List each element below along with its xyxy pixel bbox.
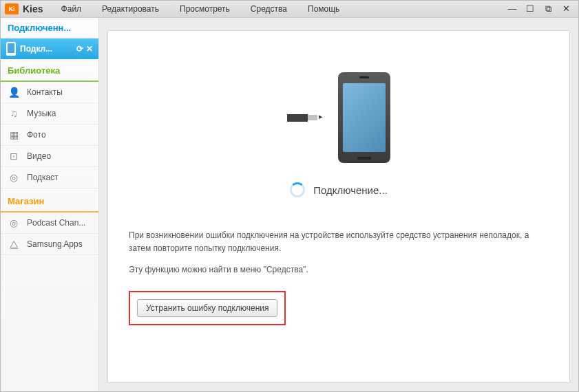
menu-tools[interactable]: Средства (251, 4, 287, 14)
menu-bar: Файл Редактировать Просмотреть Средства … (61, 4, 340, 14)
status-text: Подключение... (313, 184, 388, 196)
sidebar-item-samsung-apps[interactable]: ⧋ Samsung Apps (1, 234, 98, 255)
spinner-icon (290, 182, 305, 197)
sidebar-connected-header: Подключенн... (1, 18, 98, 39)
sidebar-item-video[interactable]: ⊡ Видео (1, 146, 98, 167)
app-icon: Ki (5, 3, 19, 14)
minimize-button[interactable]: — (507, 3, 518, 14)
connection-illustration (287, 72, 390, 163)
podcast-icon: ◎ (8, 171, 20, 184)
menu-file[interactable]: Файл (61, 4, 82, 14)
close-button[interactable]: ✕ (560, 3, 571, 14)
sidebar: Подключенн... Подкл... ⟳ ✕ Библиотека 👤 … (1, 18, 99, 391)
sidebar-item-label: Samsung Apps (27, 239, 83, 249)
fix-connection-button[interactable]: Устранить ошибку подключения (137, 299, 277, 317)
maximize-button[interactable]: ☐ (525, 3, 536, 14)
sidebar-item-podcast[interactable]: ◎ Подкаст (1, 167, 98, 188)
fix-highlight-box: Устранить ошибку подключения (129, 291, 286, 325)
menu-edit[interactable]: Редактировать (102, 4, 159, 14)
restore-button[interactable]: ⧉ (543, 3, 554, 14)
store-list: ◎ Podcast Chan... ⧋ Samsung Apps (1, 213, 98, 255)
device-item[interactable]: Подкл... ⟳ ✕ (1, 39, 98, 59)
sidebar-item-photo[interactable]: ▦ Фото (1, 124, 98, 146)
contacts-icon: 👤 (8, 86, 20, 98)
photo-icon: ▦ (8, 129, 20, 141)
podcast-channel-icon: ◎ (8, 217, 20, 229)
titlebar: Ki Kies Файл Редактировать Просмотреть С… (1, 1, 578, 18)
connection-panel: Подключение... При возникновении ошибки … (107, 30, 570, 383)
sidebar-item-contacts[interactable]: 👤 Контакты (1, 82, 98, 103)
app-window: Ki Kies Файл Редактировать Просмотреть С… (0, 0, 579, 392)
content: Подключенн... Подкл... ⟳ ✕ Библиотека 👤 … (1, 18, 578, 391)
sidebar-item-label: Музыка (27, 109, 56, 118)
sidebar-item-label: Фото (27, 130, 46, 140)
sidebar-item-label: Podcast Chan... (27, 218, 85, 228)
video-icon: ⊡ (8, 150, 20, 162)
refresh-icon[interactable]: ⟳ (76, 44, 83, 54)
disconnect-icon[interactable]: ✕ (86, 44, 93, 54)
sidebar-item-label: Контакты (27, 87, 63, 97)
sidebar-item-label: Подкаст (27, 173, 59, 182)
sidebar-store-header: Магазин (1, 191, 98, 213)
menu-help[interactable]: Помощь (308, 4, 339, 14)
sidebar-item-label: Видео (27, 151, 51, 161)
menu-view[interactable]: Просмотреть (180, 4, 230, 14)
music-icon: ♫ (8, 107, 20, 120)
sidebar-item-music[interactable]: ♫ Музыка (1, 103, 98, 124)
samsung-apps-icon: ⧋ (8, 238, 20, 250)
message-block: При возникновении ошибки подключения на … (129, 229, 549, 325)
window-controls: — ☐ ⧉ ✕ (507, 3, 578, 14)
connection-status: Подключение... (290, 182, 388, 197)
phone-illustration-icon (338, 72, 390, 163)
message-2: Эту функцию можно найти в меню "Средства… (129, 263, 549, 276)
message-1: При возникновении ошибки подключения на … (129, 229, 549, 255)
usb-cable-icon (287, 114, 317, 122)
phone-icon (6, 42, 16, 56)
sidebar-library-header: Библиотека (1, 61, 98, 82)
sidebar-item-podcast-channel[interactable]: ◎ Podcast Chan... (1, 213, 98, 234)
app-title: Kies (23, 3, 43, 14)
device-label: Подкл... (20, 44, 72, 54)
library-list: 👤 Контакты ♫ Музыка ▦ Фото ⊡ Видео ◎ (1, 82, 98, 188)
main-area: Подключение... При возникновении ошибки … (99, 18, 578, 391)
